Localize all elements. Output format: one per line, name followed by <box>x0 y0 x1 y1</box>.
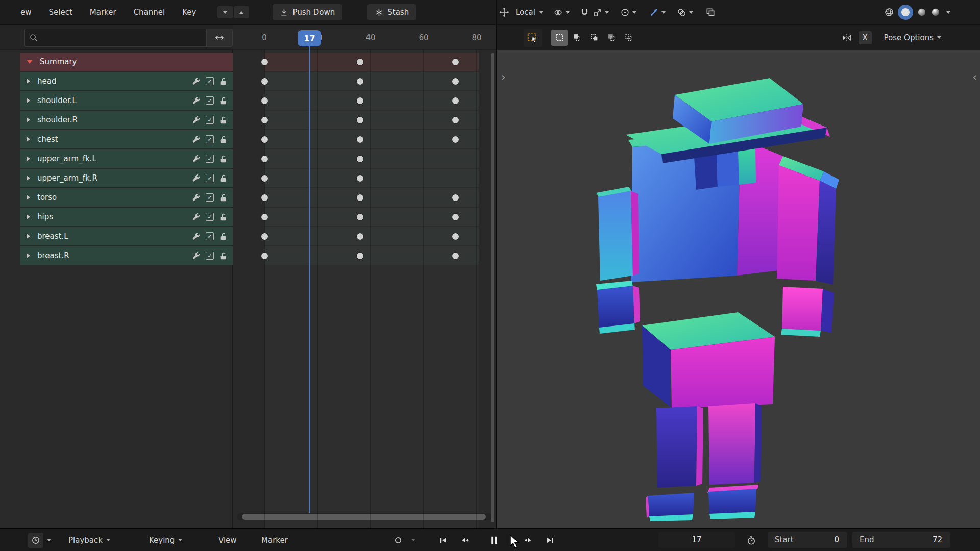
pose-options-dropdown[interactable]: Pose Options <box>884 33 941 42</box>
wrench-icon[interactable] <box>192 232 201 241</box>
xray-toggle-icon[interactable] <box>705 7 716 17</box>
menu-select[interactable]: Select <box>49 8 72 17</box>
wrench-icon[interactable] <box>192 252 201 260</box>
keyframe-dot[interactable] <box>452 194 459 201</box>
current-frame-badge[interactable]: 17 <box>298 30 321 46</box>
keyframe-dot[interactable] <box>357 59 363 65</box>
keyframe-dot[interactable] <box>452 78 459 85</box>
enabled-checkbox[interactable]: ✓ <box>206 135 214 143</box>
overlays-dropdown[interactable] <box>677 8 693 17</box>
channel-row[interactable]: shoulder.R ✓ <box>20 111 233 130</box>
snap-settings-dropdown[interactable] <box>593 8 609 17</box>
keyframe-dot[interactable] <box>452 214 459 220</box>
channel-search-box[interactable] <box>24 29 206 47</box>
wrench-icon[interactable] <box>192 174 201 183</box>
keyframe-area[interactable] <box>233 50 496 528</box>
unlock-icon[interactable] <box>219 174 228 183</box>
enabled-checkbox[interactable]: ✓ <box>206 155 214 163</box>
channel-row[interactable]: hips ✓ <box>20 208 233 227</box>
unlock-icon[interactable] <box>219 193 228 202</box>
frame-end-field[interactable]: End 72 <box>852 532 950 548</box>
material-shading-icon[interactable] <box>917 7 927 17</box>
menu-channel[interactable]: Channel <box>134 8 165 17</box>
transform-gizmo-icon[interactable] <box>499 7 509 17</box>
viewport-3d[interactable]: › ‹ <box>497 50 980 528</box>
unlock-icon[interactable] <box>219 77 228 86</box>
select-mode-invert-button[interactable] <box>603 30 620 46</box>
timeline-ruler[interactable]: 806040200 17 <box>233 25 496 50</box>
keyframe-dot[interactable] <box>261 97 268 104</box>
expand-triangle-icon[interactable] <box>27 60 33 64</box>
expand-triangle-icon[interactable] <box>27 98 30 103</box>
unlock-icon[interactable] <box>219 232 228 241</box>
keyframe-dot[interactable] <box>261 59 268 65</box>
keyframe-dot[interactable] <box>261 233 268 240</box>
stash-button[interactable]: Stash <box>368 4 416 20</box>
unlock-icon[interactable] <box>219 155 228 163</box>
select-mode-subtract-button[interactable] <box>586 30 602 46</box>
keyframe-dot[interactable] <box>261 214 268 220</box>
horizontal-scrollbar[interactable] <box>242 514 486 520</box>
expand-range-button[interactable] <box>206 29 233 47</box>
jump-to-start-button[interactable] <box>438 529 448 551</box>
keyframe-dot[interactable] <box>452 117 459 123</box>
wrench-icon[interactable] <box>192 77 201 86</box>
keyframe-dot[interactable] <box>357 97 363 104</box>
keyframe-dot[interactable] <box>357 156 363 162</box>
keyframe-dot[interactable] <box>452 97 459 104</box>
frame-start-field[interactable]: Start 0 <box>768 532 847 548</box>
enabled-checkbox[interactable]: ✓ <box>206 116 214 124</box>
expand-triangle-icon[interactable] <box>27 176 30 181</box>
playhead-line[interactable] <box>309 45 310 513</box>
keyframe-dot[interactable] <box>452 233 459 240</box>
channel-row[interactable]: upper_arm_fk.L ✓ <box>20 149 233 168</box>
keyframe-dot[interactable] <box>261 156 268 162</box>
channel-row[interactable]: breast.R ✓ <box>20 246 233 265</box>
search-input[interactable] <box>41 33 206 42</box>
active-tool-button[interactable] <box>524 29 542 47</box>
keyframe-dot[interactable] <box>261 78 268 85</box>
channel-row[interactable]: breast.L ✓ <box>20 227 233 246</box>
channel-row[interactable]: Summary <box>20 53 233 71</box>
next-keyframe-button[interactable] <box>523 529 533 551</box>
marker-menu[interactable]: Marker <box>261 529 288 551</box>
menu-view[interactable]: ew <box>20 8 32 17</box>
proportional-editing-dropdown[interactable] <box>620 8 636 17</box>
channel-row[interactable]: chest ✓ <box>20 130 233 149</box>
pause-button[interactable] <box>488 529 500 551</box>
transform-orientation-dropdown[interactable]: Local <box>516 8 543 17</box>
auto-key-record-button[interactable] <box>393 529 403 551</box>
keyframe-dot[interactable] <box>357 136 363 143</box>
keyframe-dot[interactable] <box>452 136 459 143</box>
keyframe-dot[interactable] <box>261 117 268 123</box>
x-axis-toggle-button[interactable]: X <box>859 31 872 44</box>
editor-type-button[interactable] <box>28 529 51 551</box>
solid-shading-icon[interactable] <box>898 5 913 20</box>
pivot-point-dropdown[interactable] <box>553 8 570 17</box>
wrench-icon[interactable] <box>192 96 201 105</box>
keyframe-dot[interactable] <box>452 253 459 259</box>
wrench-icon[interactable] <box>192 213 201 221</box>
x-mirror-icon[interactable] <box>841 33 852 43</box>
current-frame-field[interactable]: 17 <box>658 532 735 548</box>
keyframe-dot[interactable] <box>261 136 268 143</box>
wrench-icon[interactable] <box>192 155 201 163</box>
chevron-down-icon[interactable] <box>946 11 950 14</box>
expand-triangle-icon[interactable] <box>27 137 30 142</box>
preview-range-toggle[interactable] <box>746 529 756 551</box>
keyframe-dot[interactable] <box>357 253 363 259</box>
channel-row[interactable]: upper_arm_fk.R ✓ <box>20 169 233 188</box>
expand-triangle-icon[interactable] <box>27 253 30 258</box>
channel-row[interactable]: head ✓ <box>20 72 233 91</box>
wrench-icon[interactable] <box>192 193 201 202</box>
enabled-checkbox[interactable]: ✓ <box>206 174 214 182</box>
previous-keyframe-button[interactable] <box>460 529 471 551</box>
jump-to-end-button[interactable] <box>545 529 555 551</box>
keyframe-dot[interactable] <box>357 233 363 240</box>
rendered-shading-icon[interactable] <box>930 7 941 17</box>
keyframe-dot[interactable] <box>261 253 268 259</box>
keying-menu[interactable]: Keying <box>149 529 182 551</box>
expand-triangle-icon[interactable] <box>27 234 30 239</box>
unlock-icon[interactable] <box>219 116 228 124</box>
gizmo-toggle-dropdown[interactable] <box>649 7 666 17</box>
